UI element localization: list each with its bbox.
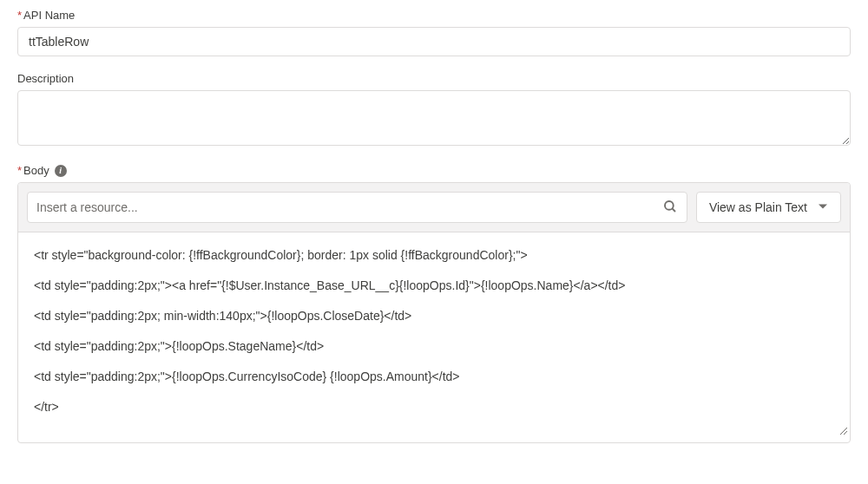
resize-handle[interactable]	[838, 422, 848, 441]
description-label: Description	[17, 72, 851, 85]
search-icon[interactable]	[662, 199, 678, 217]
body-line: <tr style="background-color: {!ffBackgro…	[34, 246, 834, 265]
view-button-label: View as Plain Text	[709, 200, 807, 214]
body-content[interactable]: <tr style="background-color: {!ffBackgro…	[18, 232, 850, 442]
body-label-text: Body	[23, 164, 49, 177]
svg-point-0	[665, 201, 674, 210]
body-line: </tr>	[34, 398, 834, 416]
description-input[interactable]	[17, 90, 851, 146]
body-line: <td style="padding:2px; min-width:140px;…	[34, 307, 834, 325]
required-star: *	[17, 9, 22, 22]
api-name-group: *API Name	[17, 9, 851, 56]
body-line: <td style="padding:2px;">{!loopOps.Curre…	[34, 368, 834, 386]
body-line: <td style="padding:2px;"><a href="{!$Use…	[34, 277, 834, 295]
body-line: <td style="padding:2px;">{!loopOps.Stage…	[34, 337, 834, 356]
body-toolbar: View as Plain Text	[18, 183, 850, 232]
description-group: Description	[17, 72, 851, 148]
view-as-plain-text-button[interactable]: View as Plain Text	[696, 192, 841, 223]
body-label-row: *Body i	[17, 164, 851, 177]
chevron-down-icon	[818, 200, 828, 214]
body-group: *Body i View as Plain Text	[17, 164, 851, 443]
api-name-label-text: API Name	[23, 9, 75, 22]
resource-input[interactable]	[36, 200, 662, 214]
info-icon[interactable]: i	[55, 165, 67, 177]
api-name-input[interactable]	[17, 27, 851, 56]
api-name-label: *API Name	[17, 9, 851, 22]
svg-line-3	[844, 431, 847, 435]
body-editor: View as Plain Text <tr style="background…	[17, 182, 851, 443]
required-star: *	[17, 164, 22, 177]
svg-line-1	[672, 208, 675, 212]
svg-line-2	[840, 428, 847, 435]
resource-search[interactable]	[27, 192, 687, 223]
body-label: *Body	[17, 164, 49, 177]
